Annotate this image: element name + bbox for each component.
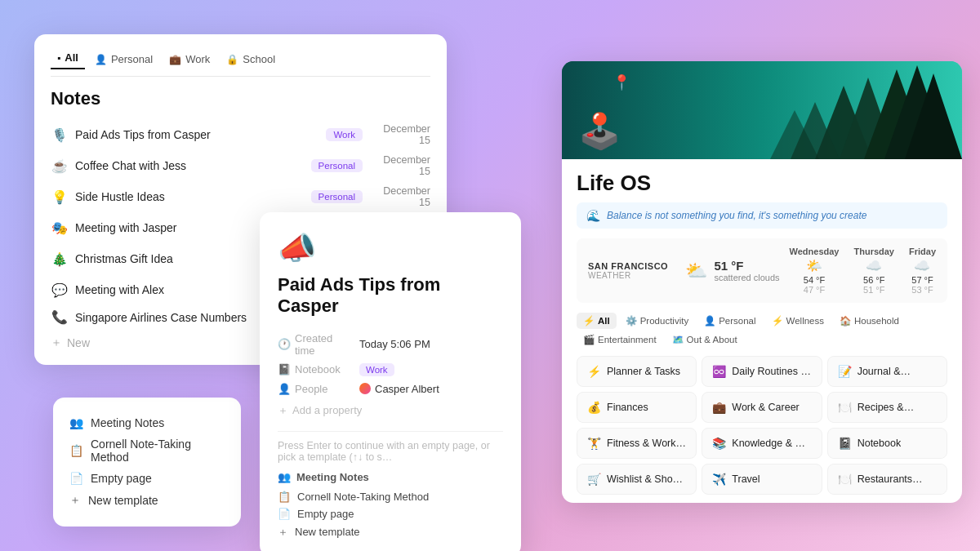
note-emoji: 🎄 xyxy=(51,251,69,267)
template-label: Meeting Notes xyxy=(91,416,164,429)
wellness-icon: ⚡ xyxy=(772,315,783,327)
personal-icon: 👤 xyxy=(95,54,107,65)
notebook-icon: 📓 xyxy=(278,363,291,375)
note-emoji: 🎙️ xyxy=(51,127,69,143)
detail-template-new[interactable]: ＋ New template xyxy=(278,522,503,542)
entertainment-icon: 🎬 xyxy=(583,334,595,345)
lifeos-quote: Balance is not something you find, it's … xyxy=(607,210,866,221)
out-about-icon: 🗺️ xyxy=(672,334,684,345)
note-row[interactable]: 🎙️ Paid Ads Tips from Casper Work Decemb… xyxy=(51,119,430,150)
weather-temp: 51 °F xyxy=(714,259,768,273)
routines-icon: ♾️ xyxy=(712,365,726,378)
templates-icon: 👥 xyxy=(278,471,291,483)
tab-personal[interactable]: 👤 Personal xyxy=(88,51,159,68)
add-property-button[interactable]: ＋ Add a property xyxy=(278,398,503,423)
detail-template-cornell[interactable]: 📋 Cornell Note-Taking Method xyxy=(278,488,503,505)
detail-title: Paid Ads Tips from Casper xyxy=(278,274,503,318)
weather-city: SAN FRANCISCO xyxy=(588,261,679,271)
weather-day-wed: Wednesday 🌤️ 54 °F 47 °F xyxy=(790,247,840,295)
note-row[interactable]: ☕ Coffee Chat with Jess Personal Decembe… xyxy=(51,150,430,181)
detail-template-empty[interactable]: 📄 Empty page xyxy=(278,505,503,522)
lifeos-body: Life OS 🌊 Balance is not something you f… xyxy=(562,159,962,503)
plus-icon: ＋ xyxy=(51,335,62,350)
note-emoji: 📞 xyxy=(51,309,69,325)
note-tag: Work xyxy=(326,128,363,141)
joystick-icon: 🕹️ xyxy=(578,111,621,151)
location-pin-icon: 📍 xyxy=(612,73,630,91)
plus-icon: ＋ xyxy=(69,493,81,508)
meeting-notes-icon: 👥 xyxy=(69,416,83,429)
weather-section: SAN FRANCISCO WEATHER ⛅ 51 °F scattered … xyxy=(577,238,947,303)
lifeos-grid: ⚡ Planner & Tasks ♾️ Daily Routines & Ha… xyxy=(577,356,947,459)
note-row[interactable]: 💡 Side Hustle Ideas Personal December 15 xyxy=(51,181,430,212)
note-tag: Personal xyxy=(311,190,363,203)
cell-planner-tasks[interactable]: ⚡ Planner & Tasks xyxy=(577,356,697,387)
lifeos-tab-entertainment[interactable]: 🎬 Entertainment xyxy=(577,331,663,348)
notebook-value: Work xyxy=(359,363,394,376)
restaurants-icon: 🍽️ xyxy=(838,473,852,486)
cell-fitness[interactable]: 🏋️ Fitness & Workouts xyxy=(577,428,697,459)
weather-location: SAN FRANCISCO WEATHER xyxy=(588,261,679,280)
cell-travel[interactable]: ✈️ Travel xyxy=(702,464,822,495)
cell-notebook[interactable]: 📓 Notebook xyxy=(827,428,947,459)
cell-wishlist[interactable]: 🛒 Wishlist & Shopping List xyxy=(577,464,697,495)
fitness-icon: 🏋️ xyxy=(587,437,601,450)
people-icon: 👤 xyxy=(278,383,291,395)
template-meeting-notes[interactable]: 👥 Meeting Notes xyxy=(69,412,225,433)
empty-page-icon: 📄 xyxy=(278,508,291,520)
lifeos-tab-productivity[interactable]: ⚙️ Productivity xyxy=(619,313,695,329)
tab-school[interactable]: 🔒 School xyxy=(220,51,282,68)
template-label: New template xyxy=(88,494,158,507)
tab-work[interactable]: 💼 Work xyxy=(163,51,216,68)
cell-restaurants[interactable]: 🍽️ Restaurants… xyxy=(827,464,947,495)
travel-icon: ✈️ xyxy=(712,473,726,486)
weather-day-fri: Friday ☁️ 57 °F 53 °F xyxy=(909,247,936,295)
tab-all[interactable]: ▪ All xyxy=(51,49,85,69)
cell-work-career[interactable]: 💼 Work & Career xyxy=(702,392,822,423)
lifeos-tab-personal[interactable]: 👤 Personal xyxy=(697,313,762,329)
cell-recipes[interactable]: 🍽️ Recipes &… xyxy=(827,392,947,423)
cell-daily-routines[interactable]: ♾️ Daily Routines & Habits xyxy=(702,356,822,387)
template-label: Empty page xyxy=(91,472,152,485)
cell-finances[interactable]: 💰 Finances xyxy=(577,392,697,423)
cornell-icon: 📋 xyxy=(278,491,291,503)
notebook-grid-icon: 📓 xyxy=(838,437,852,450)
cell-journal[interactable]: 📝 Journal &… xyxy=(827,356,947,387)
note-name: Coffee Chat with Jess xyxy=(75,159,305,172)
note-name: Side Hustle Ideas xyxy=(75,190,305,203)
cornell-icon: 📋 xyxy=(69,444,83,457)
note-emoji: 💬 xyxy=(51,282,69,298)
note-emoji: 💡 xyxy=(51,189,69,205)
note-emoji: 🎭 xyxy=(51,220,69,236)
lifeos-tab-wellness[interactable]: ⚡ Wellness xyxy=(765,313,831,329)
wishlist-icon: 🛒 xyxy=(587,473,601,486)
recipes-icon: 🍽️ xyxy=(838,401,852,414)
finances-icon: 💰 xyxy=(587,401,601,414)
lifeos-grid-bottom: 🛒 Wishlist & Shopping List ✈️ Travel 🍽️ … xyxy=(577,464,947,495)
lifeos-header-image: 🕹️ 📍 xyxy=(562,61,962,159)
personal-tab-icon: 👤 xyxy=(704,315,715,327)
new-template-button[interactable]: ＋ New template xyxy=(69,489,225,512)
wave-icon: 🌊 xyxy=(586,209,600,222)
lifeos-tab-household[interactable]: 🏠 Household xyxy=(833,313,906,329)
people-value: Casper Albert xyxy=(359,383,439,395)
note-detail-card: 📣 Paid Ads Tips from Casper 🕐 Created ti… xyxy=(260,212,521,551)
lifeos-tab-all[interactable]: ⚡ All xyxy=(577,313,617,329)
divider xyxy=(278,431,503,432)
school-icon: 🔒 xyxy=(226,54,238,65)
all-icon: ▪ xyxy=(57,52,60,64)
templates-card: 👥 Meeting Notes 📋 Cornell Note-Taking Me… xyxy=(53,398,241,527)
weather-current: 51 °F scattered clouds xyxy=(714,259,779,282)
meta-people: 👤 People Casper Albert xyxy=(278,380,503,398)
template-empty-page[interactable]: 📄 Empty page xyxy=(69,468,225,489)
lifeos-quote-box: 🌊 Balance is not something you find, it'… xyxy=(577,202,947,229)
clock-icon: 🕐 xyxy=(278,338,291,350)
cell-knowledge[interactable]: 📚 Knowledge & Content xyxy=(702,428,822,459)
template-cornell[interactable]: 📋 Cornell Note-Taking Method xyxy=(69,433,225,468)
all-tab-icon: ⚡ xyxy=(583,315,595,327)
detail-emoji: 📣 xyxy=(278,230,503,266)
lifeos-tab-out-about[interactable]: 🗺️ Out & About xyxy=(666,331,744,348)
knowledge-icon: 📚 xyxy=(712,437,726,450)
detail-hint: Press Enter to continue with an empty pa… xyxy=(278,440,503,463)
household-icon: 🏠 xyxy=(840,315,851,327)
